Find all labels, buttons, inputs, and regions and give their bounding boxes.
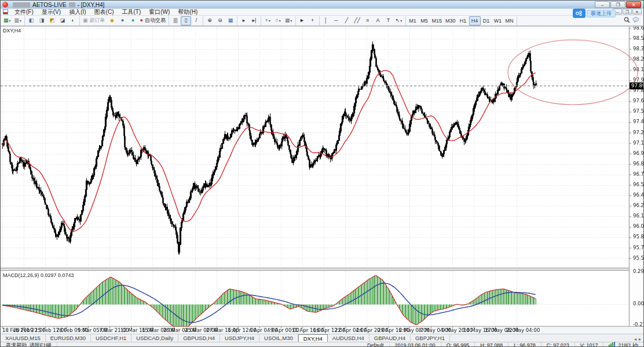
chart-shift-icon: ▸| — [253, 18, 257, 23]
market-watch-button[interactable]: ◧ — [26, 16, 36, 25]
periods-icon: ○ — [275, 18, 278, 23]
window-title: AETOS-LIVE — [32, 2, 67, 8]
metaeditor-button[interactable]: ◆ — [107, 16, 118, 25]
menu-item-5[interactable]: 窗口(W) — [145, 9, 174, 15]
price-chart-canvas[interactable] — [1, 27, 644, 334]
chart-tab-gbpjpy-h1[interactable]: GBPJPY,H1 — [411, 334, 450, 342]
bar-volume: V: 1017 — [575, 342, 604, 347]
macd-indicator-label: MACD(12,26,9) 0.0297 0.0743 — [3, 272, 74, 278]
chart-tab-gbpusd-h4[interactable]: GBPUSD,H4 — [178, 334, 220, 342]
cursor-button[interactable]: ► — [297, 16, 308, 25]
bar-open: O: 96.995 — [441, 342, 475, 347]
timeframe-m1-button[interactable]: M1 — [407, 16, 419, 25]
restore-button[interactable]: ❐ — [610, 1, 625, 8]
dropdown-arrow-icon: ▾ — [291, 19, 292, 23]
chat-icon[interactable] — [632, 17, 640, 24]
navigator-button[interactable]: ◩ — [47, 16, 57, 25]
traffic-label: 218/1 kb — [618, 342, 638, 347]
menu-item-6[interactable]: 帮助(H) — [174, 9, 202, 15]
label-button[interactable]: T — [383, 16, 394, 25]
timeframe-h4-button[interactable]: H4 — [469, 16, 481, 25]
channel-icon: ╱╱ — [354, 18, 360, 23]
line-chart-button[interactable]: / — [191, 16, 202, 25]
chart-tab-usdcad-daily[interactable]: USDCAD,Daily — [131, 334, 178, 342]
profile-name[interactable]: Default — [362, 342, 390, 347]
chart-tab-gbpaud-h4[interactable]: GBPAUD,H4 — [369, 334, 411, 342]
close-button[interactable]: ✕ — [626, 1, 641, 8]
search-icon[interactable] — [624, 17, 630, 24]
trendline-button[interactable]: ╱ — [342, 16, 352, 25]
toolbar-group: |||▯/ — [169, 16, 203, 25]
chart-tab-usdjpy-h4[interactable]: USDJPY,H4 — [220, 334, 259, 342]
arrows-button[interactable]: ↖▾ — [394, 16, 404, 25]
mdi-restore-button[interactable]: ❐ — [623, 9, 632, 14]
new-chart-icon: ▦ — [3, 18, 9, 23]
community-button[interactable]: ● — [118, 16, 128, 25]
zoom-out-button[interactable]: ⊖ — [215, 16, 225, 25]
timeframe-m30-button[interactable]: M30 — [444, 16, 458, 25]
zoom-in-button[interactable]: ⊕ — [204, 16, 215, 25]
strategy-tester-button[interactable]: ◐ — [68, 16, 78, 25]
timeframe-m5-button[interactable]: M5 — [419, 16, 430, 25]
timeframe-toolbar: M1M5M15M30H1H4D1W1MN — [406, 16, 517, 25]
toolbar-group: ⊕⊖▦ — [203, 16, 237, 25]
new-order-button[interactable]: ▣新订单 — [81, 16, 107, 25]
new-chart-button[interactable]: ▦▾ — [2, 16, 13, 25]
timeframe-d1-button[interactable]: D1 — [481, 16, 492, 25]
menu-item-1[interactable]: 显示(V) — [38, 9, 65, 15]
label-icon: T — [387, 18, 390, 23]
channel-button[interactable]: ╱╱ — [352, 16, 363, 25]
chart-window-icon[interactable] — [3, 9, 8, 14]
zoom-in-icon: ⊕ — [207, 18, 212, 23]
bar-high: H: 97.088 — [475, 342, 508, 347]
chart-shift-button[interactable]: ▸| — [249, 16, 259, 25]
tab-scroll-right-icon[interactable]: ▸ — [639, 337, 641, 342]
toolbar-group: ▦▾▥▾ — [1, 16, 25, 25]
vertical-line-button[interactable]: │ — [321, 16, 331, 25]
connection-bars-icon — [609, 342, 616, 347]
menu-item-0[interactable]: 文件(F) — [10, 9, 38, 15]
candlestick-chart-button[interactable]: ▯ — [181, 16, 191, 25]
timeframe-w1-button[interactable]: W1 — [492, 16, 504, 25]
text-button[interactable]: A — [373, 16, 383, 25]
new-order-icon: ▣ — [83, 18, 88, 23]
upload-overlay-badge[interactable]: 极速上传 — [573, 9, 616, 18]
profiles-button[interactable]: ▥▾ — [13, 16, 24, 25]
menu-item-2[interactable]: 插入(I) — [65, 9, 90, 15]
cursor-icon: ► — [299, 18, 305, 23]
periods-button[interactable]: ○▾ — [273, 16, 283, 25]
tile-windows-button[interactable]: ▦ — [225, 16, 236, 25]
autotrading-button[interactable]: ●自动交易 — [138, 16, 167, 25]
chart-tab-audusd-h4[interactable]: AUDUSD,H4 — [328, 334, 369, 342]
terminal-button[interactable]: ◪ — [57, 16, 68, 25]
bar-chart-button[interactable]: ||| — [170, 16, 181, 25]
timeframe-mn-button[interactable]: MN — [504, 16, 515, 25]
crosshair-button[interactable]: + — [308, 16, 318, 25]
chart-tab-dxy-h4[interactable]: DXY,H4 — [298, 334, 328, 342]
community-icon: ● — [121, 18, 124, 23]
timeframe-m15-button[interactable]: M15 — [430, 16, 444, 25]
chart-tab-xauusd-m15[interactable]: XAUUSD,M15 — [1, 334, 46, 342]
horizontal-line-button[interactable]: ─ — [331, 16, 342, 25]
chart-tab-eurusd-m30[interactable]: EURUSD,M30 — [46, 334, 91, 342]
mdi-close-button[interactable]: ✕ — [632, 9, 642, 14]
toolbar-group: ►+ — [296, 16, 320, 25]
chart-tab-usoil-m30[interactable]: USOIL,M30 — [259, 334, 298, 342]
data-window-button[interactable]: ◨ — [36, 16, 47, 25]
minimize-button[interactable]: – — [595, 1, 610, 8]
cloud-share-icon — [573, 9, 586, 18]
autotrading-button-label: 自动交易 — [145, 17, 166, 24]
timeframe-h1-button[interactable]: H1 — [458, 16, 469, 25]
tab-scroll-left-icon[interactable]: ◂ — [634, 337, 636, 342]
auto-scroll-button[interactable]: ▸ — [239, 16, 249, 25]
toolbar-group: ▸▸| — [237, 16, 261, 25]
news-button[interactable]: ● — [128, 16, 138, 25]
templates-button[interactable]: ▦▾ — [283, 16, 294, 25]
upload-label: 极速上传 — [587, 10, 616, 17]
fibonacci-button[interactable]: ≡ — [363, 16, 373, 25]
menu-item-4[interactable]: 工具(T) — [118, 9, 145, 15]
menu-item-3[interactable]: 图表(C) — [90, 9, 118, 15]
indicators-button[interactable]: +▾ — [262, 16, 273, 25]
chart-tab-usdchf-h1[interactable]: USDCHF,H1 — [91, 334, 131, 342]
tab-scroll-arrows: ◂▸ — [634, 337, 643, 342]
